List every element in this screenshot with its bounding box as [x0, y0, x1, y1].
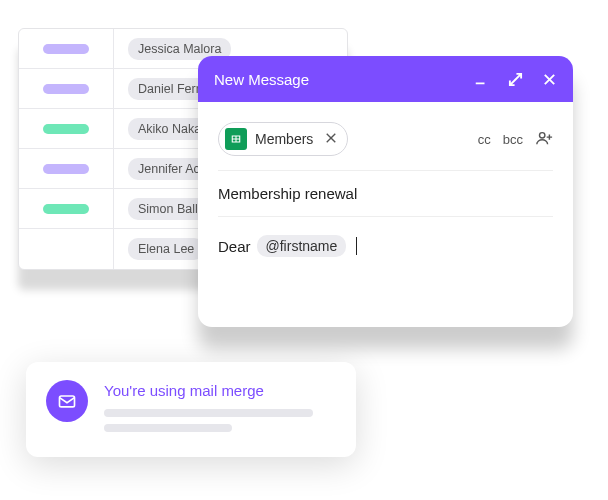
toast-title: You're using mail merge	[104, 382, 336, 399]
merge-variable-chip[interactable]: @firstname	[257, 235, 347, 257]
compose-window: New Message Members	[198, 56, 573, 327]
body-greeting-text: Dear	[218, 238, 251, 255]
toast-content: You're using mail merge	[104, 380, 336, 439]
tag-pill	[43, 84, 89, 94]
recipient-chip[interactable]: Members	[218, 122, 348, 156]
message-body[interactable]: Dear @firstname	[218, 217, 553, 287]
placeholder-line	[104, 424, 232, 432]
compose-header-actions	[473, 71, 557, 87]
sheets-icon	[225, 128, 247, 150]
compose-header: New Message	[198, 56, 573, 102]
svg-point-6	[540, 132, 545, 137]
expand-icon[interactable]	[507, 71, 523, 87]
add-recipient-icon[interactable]	[535, 129, 553, 150]
tag-pill	[43, 204, 89, 214]
chip-remove-icon[interactable]	[325, 131, 337, 147]
tag-cell	[19, 149, 114, 188]
mail-merge-toast: You're using mail merge	[26, 362, 356, 457]
recipients-row[interactable]: Members cc bcc	[218, 116, 553, 171]
tag-cell	[19, 29, 114, 68]
text-cursor	[356, 237, 357, 255]
tag-cell	[19, 69, 114, 108]
subject-text: Membership renewal	[218, 185, 357, 202]
tag-cell	[19, 229, 114, 269]
bcc-button[interactable]: bcc	[503, 132, 523, 147]
tag-cell	[19, 109, 114, 148]
close-icon[interactable]	[541, 71, 557, 87]
tag-pill	[43, 44, 89, 54]
tag-pill	[43, 124, 89, 134]
mail-merge-icon	[46, 380, 88, 422]
subject-input[interactable]: Membership renewal	[218, 171, 553, 217]
compose-body: Members cc bcc Membership renewal Dea	[198, 102, 573, 327]
recipient-chip-label: Members	[255, 131, 313, 147]
cc-bcc-actions: cc bcc	[478, 129, 553, 150]
tag-pill	[43, 164, 89, 174]
compose-title: New Message	[214, 71, 473, 88]
minimize-icon[interactable]	[473, 71, 489, 87]
name-chip: Elena Lee	[128, 238, 204, 260]
placeholder-line	[104, 409, 313, 417]
tag-cell	[19, 189, 114, 228]
svg-rect-9	[60, 396, 75, 407]
cc-button[interactable]: cc	[478, 132, 491, 147]
